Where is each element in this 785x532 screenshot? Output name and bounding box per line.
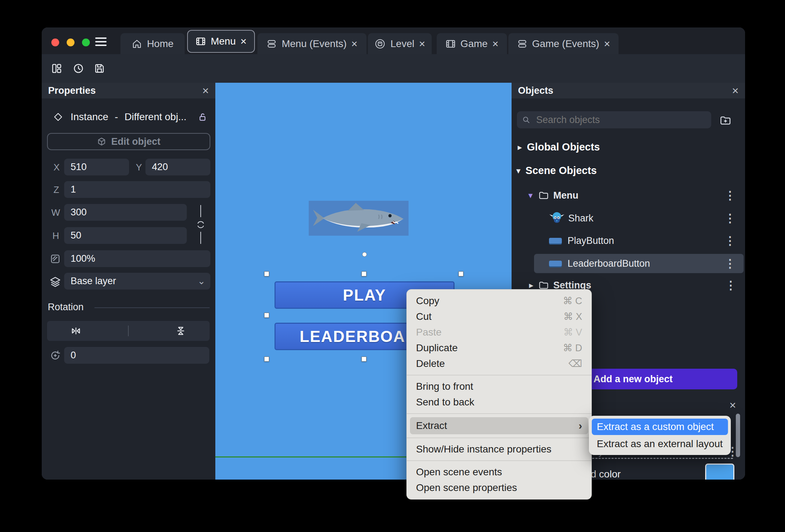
y-label: Y bbox=[136, 162, 142, 173]
menu-item-shortcut: ⌘ V bbox=[563, 327, 582, 338]
tab-close-icon[interactable]: × bbox=[240, 36, 247, 47]
menu-item-extract[interactable]: Extract › bbox=[410, 417, 588, 434]
properties-title: Properties bbox=[48, 85, 96, 96]
instance-object-name: Different obj... bbox=[124, 111, 186, 123]
w-input[interactable] bbox=[64, 204, 187, 221]
kebab-menu-icon[interactable]: ⋮ bbox=[724, 213, 736, 224]
save-icon[interactable] bbox=[92, 60, 107, 77]
history-clock-icon[interactable] bbox=[71, 60, 86, 77]
divider bbox=[407, 460, 591, 461]
menu-item-send-to-back[interactable]: Send to back bbox=[407, 394, 591, 410]
tab-level[interactable]: Level × bbox=[368, 33, 432, 54]
tab-menu-events[interactable]: Menu (Events) × bbox=[257, 33, 366, 54]
kebab-menu-icon[interactable]: ⋮ bbox=[724, 258, 736, 269]
shark-sprite[interactable] bbox=[309, 201, 409, 236]
search-box[interactable] bbox=[517, 111, 711, 128]
menu-item-label: Send to back bbox=[416, 397, 474, 408]
menu-item-show-hide-instance-properties[interactable]: Show/Hide instance properties bbox=[407, 441, 591, 457]
tab-close-icon[interactable]: × bbox=[604, 39, 610, 49]
selection-handle[interactable] bbox=[264, 313, 269, 318]
close-icon[interactable]: × bbox=[732, 85, 739, 96]
search-input[interactable] bbox=[535, 114, 706, 126]
object-row-leaderboardbutton[interactable]: LeaderboardButton ⋮ bbox=[534, 254, 744, 273]
selection-handle[interactable] bbox=[264, 271, 269, 276]
z-label: Z bbox=[53, 184, 59, 195]
opacity-input[interactable] bbox=[64, 250, 210, 267]
y-input[interactable] bbox=[145, 159, 210, 175]
app-window: Home Menu × Menu (Events) × Level × Game… bbox=[42, 27, 745, 480]
object-label: PlayButton bbox=[568, 235, 614, 246]
object-row-playbutton[interactable]: PlayButton ⋮ bbox=[549, 232, 739, 250]
color-field-fragment: d color bbox=[591, 469, 621, 480]
instance-label: Instance bbox=[71, 111, 108, 123]
h-input[interactable] bbox=[64, 227, 187, 244]
add-folder-icon[interactable] bbox=[719, 114, 732, 127]
tab-close-icon[interactable]: × bbox=[492, 39, 499, 49]
close-icon[interactable]: × bbox=[729, 399, 736, 412]
selection-handle[interactable] bbox=[361, 357, 366, 362]
menu-item-duplicate[interactable]: Duplicate ⌘ D bbox=[407, 340, 591, 356]
traffic-light-close[interactable] bbox=[51, 39, 59, 46]
flip-horizontal-icon[interactable] bbox=[70, 325, 82, 337]
menu-item-copy[interactable]: Copy ⌘ C bbox=[407, 293, 591, 309]
submenu-item-extract-custom-object[interactable]: Extract as a custom object bbox=[592, 419, 728, 435]
tab-home[interactable]: Home bbox=[120, 33, 185, 54]
rotation-input[interactable] bbox=[64, 347, 209, 364]
z-input[interactable] bbox=[64, 181, 210, 198]
instance-row: Instance - Different obj... bbox=[53, 109, 207, 125]
divider bbox=[407, 375, 591, 375]
hamburger-menu-icon[interactable] bbox=[95, 35, 107, 48]
tab-close-icon[interactable]: × bbox=[419, 39, 425, 49]
selection-handle[interactable] bbox=[264, 357, 269, 362]
x-input[interactable] bbox=[64, 159, 129, 175]
menu-item-shortcut: ⌘ X bbox=[563, 311, 582, 322]
color-swatch[interactable] bbox=[705, 464, 734, 480]
close-icon[interactable]: × bbox=[202, 85, 209, 96]
tab-game[interactable]: Game × bbox=[437, 33, 507, 54]
menu-item-label: Paste bbox=[416, 327, 442, 338]
link-width-height-icon[interactable] bbox=[196, 220, 206, 230]
tab-close-icon[interactable]: × bbox=[351, 39, 358, 49]
tab-menu[interactable]: Menu × bbox=[187, 30, 255, 53]
selection-handle[interactable] bbox=[458, 271, 463, 276]
menu-item-label: Copy bbox=[416, 295, 439, 307]
tab-label: Menu (Events) bbox=[282, 38, 347, 50]
kebab-menu-icon[interactable]: ⋮ bbox=[725, 280, 737, 291]
instance-diamond-icon bbox=[53, 112, 63, 122]
global-objects-row[interactable]: ▸ Global Objects bbox=[518, 141, 600, 153]
flip-toolbar bbox=[47, 321, 210, 341]
menu-item-bring-to-front[interactable]: Bring to front bbox=[407, 379, 591, 394]
menu-item-delete[interactable]: Delete ⌫ bbox=[407, 356, 591, 372]
layout-panels-icon[interactable] bbox=[50, 60, 64, 77]
kebab-menu-icon[interactable]: ⋮ bbox=[724, 190, 736, 201]
tab-game-events[interactable]: Game (Events) × bbox=[508, 33, 619, 54]
object-row-shark[interactable]: Shark ⋮ bbox=[549, 208, 739, 228]
menu-item-label: Open scene events bbox=[416, 466, 502, 478]
flip-vertical-icon[interactable] bbox=[175, 325, 186, 337]
folder-row-menu[interactable]: ▾ Menu ⋮ bbox=[528, 188, 739, 203]
submenu-item-extract-external-layout[interactable]: Extract as an external layout bbox=[592, 436, 728, 452]
objects-header: Objects × bbox=[512, 83, 745, 98]
extract-submenu: Extract as a custom object Extract as an… bbox=[589, 416, 731, 455]
menu-item-shortcut: ⌘ D bbox=[563, 342, 582, 354]
menu-item-open-scene-events[interactable]: Open scene events bbox=[407, 464, 591, 480]
scene-objects-row[interactable]: ▾ Scene Objects bbox=[516, 165, 597, 177]
menu-item-label: Open scene properties bbox=[416, 482, 517, 493]
edit-object-button[interactable]: Edit object bbox=[47, 133, 210, 150]
kebab-menu-icon[interactable]: ⋮ bbox=[724, 235, 736, 246]
traffic-light-zoom[interactable] bbox=[82, 39, 90, 46]
menu-item-paste[interactable]: Paste ⌘ V bbox=[407, 324, 591, 340]
traffic-light-minimize[interactable] bbox=[67, 39, 75, 46]
rotate-handle[interactable] bbox=[362, 252, 367, 257]
menu-item-open-scene-properties[interactable]: Open scene properties bbox=[407, 480, 591, 496]
objects-title: Objects bbox=[518, 85, 553, 96]
menu-item-cut[interactable]: Cut ⌘ X bbox=[407, 309, 591, 324]
unlock-icon[interactable] bbox=[197, 112, 207, 122]
object-label: Shark bbox=[568, 213, 594, 224]
scrollbar[interactable] bbox=[736, 414, 740, 457]
chevron-down-icon: ▾ bbox=[516, 166, 520, 176]
chevron-down-icon: ⌄ bbox=[197, 278, 205, 284]
selection-handle[interactable] bbox=[361, 271, 366, 276]
layer-select[interactable]: Base layer ⌄ bbox=[64, 273, 210, 290]
events-sheet-icon bbox=[517, 39, 528, 49]
